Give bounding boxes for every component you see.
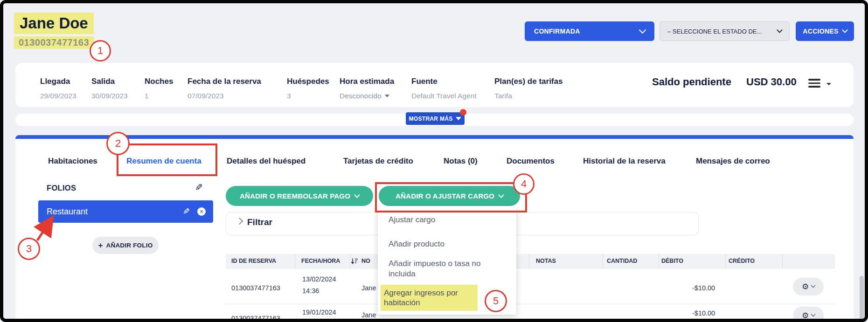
filter-label: Filtrar bbox=[247, 217, 272, 227]
plus-icon: + bbox=[98, 241, 103, 250]
field-label: Huéspedes bbox=[287, 77, 329, 86]
cell-time: 14:36 bbox=[302, 287, 319, 295]
field-value: 29/09/2023 bbox=[40, 92, 76, 100]
row-actions-button[interactable]: ⚙ bbox=[793, 307, 824, 322]
edit-folio-icon[interactable]: ✎ bbox=[183, 206, 190, 217]
reservation-id-highlight: 0130037477163 bbox=[14, 36, 94, 49]
column-debito: DÉBITO bbox=[661, 258, 683, 264]
show-more-label: MOSTRAR MÁS bbox=[409, 116, 453, 122]
field-label: Fuente bbox=[411, 77, 437, 86]
field-value: Default Travel Agent bbox=[411, 92, 477, 100]
balance-menu-icon[interactable] bbox=[808, 79, 820, 88]
column-credito: CRÉDITO bbox=[729, 258, 755, 264]
annotation-box-4 bbox=[375, 182, 527, 212]
field-label: Llegada bbox=[40, 77, 70, 86]
chevron-down-icon bbox=[777, 27, 783, 33]
chevron-down-icon bbox=[639, 27, 646, 34]
annotation-arrow-3 bbox=[32, 213, 60, 244]
add-refund-payment-button[interactable]: AÑADIR O REEMBOLSAR PAGO bbox=[226, 186, 373, 206]
balance-label: Saldo pendiente bbox=[652, 76, 731, 88]
status-label: CONFIRMADA bbox=[534, 27, 580, 35]
column-cantidad: CANTIDAD bbox=[607, 258, 637, 264]
cell-reservation-id: 0130037477163 bbox=[231, 315, 280, 322]
chevron-down-icon bbox=[842, 27, 848, 33]
tab-mensajes-de-correo[interactable]: Mensajes de correo bbox=[696, 157, 770, 166]
reservation-id: 0130037477163 bbox=[19, 37, 89, 48]
column-nombre: NO bbox=[361, 258, 370, 264]
tab-documentos[interactable]: Documentos bbox=[507, 157, 555, 166]
field-value: Tarifa bbox=[494, 92, 512, 100]
menu-item-anadir-producto[interactable]: Añadir producto bbox=[389, 240, 444, 249]
annotation-circle-4: 4 bbox=[513, 173, 535, 195]
folio-item-restaurant[interactable]: Restaurant ✎ ✕ bbox=[38, 200, 213, 223]
tab-tarjetas-de-credito[interactable]: Tarjetas de crédito bbox=[343, 157, 413, 166]
column-fecha-hora: FECHA/HORA bbox=[301, 258, 340, 264]
field-value: Desconocido bbox=[340, 92, 382, 100]
cell-guest-name: Jane Doe bbox=[361, 311, 377, 319]
field-label: Salida bbox=[91, 77, 115, 86]
edit-folios-icon[interactable]: ✎ bbox=[195, 182, 203, 193]
tab-detalles-del-huesped[interactable]: Detalles del huésped bbox=[227, 157, 306, 166]
actions-button[interactable]: ACCIONES bbox=[796, 21, 854, 41]
column-divider bbox=[350, 254, 350, 269]
chevron-down-icon bbox=[811, 312, 816, 317]
cell-debit: -$10.00 bbox=[692, 284, 715, 292]
annotation-circle-5: 5 bbox=[485, 290, 507, 312]
cell-debit: -$10.00 bbox=[692, 309, 715, 317]
status-dropdown-button[interactable]: CONFIRMADA bbox=[525, 21, 654, 41]
vertical-scrollbar[interactable] bbox=[860, 276, 864, 320]
guest-name: Jane Doe bbox=[20, 14, 88, 32]
field-value: 30/09/2023 bbox=[91, 92, 128, 100]
folios-title: FOLIOS bbox=[47, 184, 76, 192]
column-notas: NOTAS bbox=[536, 258, 556, 264]
close-folio-icon[interactable]: ✕ bbox=[197, 207, 206, 216]
column-divider bbox=[659, 254, 659, 269]
add-folio-label: AÑADIR FOLIO bbox=[106, 242, 153, 249]
menu-item-ajustar-cargo[interactable]: Ajustar cargo bbox=[389, 215, 435, 225]
chevron-down-icon bbox=[811, 283, 816, 288]
tab-notas[interactable]: Notas (0) bbox=[444, 157, 478, 166]
field-label: Fecha de la reserva bbox=[187, 77, 261, 86]
column-divider bbox=[295, 254, 295, 269]
cell-date: 19/01/2024 bbox=[302, 308, 336, 316]
menu-item-anadir-impuesto[interactable]: Añadir impuesto o tasa no incluida bbox=[389, 259, 501, 279]
field-label: Noches bbox=[145, 77, 173, 86]
annotation-circle-1: 1 bbox=[90, 40, 111, 62]
field-value: 07/09/2023 bbox=[187, 92, 224, 100]
tab-historial-de-la-reserva[interactable]: Historial de la reserva bbox=[583, 157, 666, 166]
card-top-accent bbox=[15, 135, 854, 139]
annotation-box-2 bbox=[117, 144, 217, 176]
row-divider bbox=[226, 304, 835, 304]
show-more-button[interactable]: MOSTRAR MÁS bbox=[406, 112, 465, 125]
guest-name-highlight: Jane Doe bbox=[14, 13, 94, 34]
caret-down-icon[interactable] bbox=[826, 83, 831, 85]
balance-value: USD 30.00 bbox=[746, 76, 797, 88]
gear-icon: ⚙ bbox=[802, 282, 809, 292]
column-divider bbox=[529, 254, 529, 269]
estimated-time-select[interactable]: Desconocido bbox=[340, 92, 389, 100]
cell-date: 13/02/2024 bbox=[302, 275, 336, 283]
field-value: 3 bbox=[287, 92, 291, 100]
sort-icon[interactable] bbox=[351, 258, 358, 265]
add-folio-button[interactable]: + AÑADIR FOLIO bbox=[92, 237, 159, 254]
column-divider bbox=[725, 254, 726, 269]
column-divider bbox=[603, 254, 603, 269]
tab-habitaciones[interactable]: Habitaciones bbox=[48, 157, 97, 166]
cell-guest-name: Jane Doe bbox=[361, 284, 377, 292]
annotation-circle-3: 3 bbox=[18, 238, 40, 260]
caret-down-icon bbox=[456, 117, 461, 120]
field-label: Hora estimada bbox=[340, 77, 394, 86]
chevron-down-icon bbox=[354, 192, 360, 198]
close-icon: ✕ bbox=[199, 209, 203, 215]
state-select[interactable]: – SELECCIONE EL ESTADO DE... bbox=[660, 21, 790, 41]
hamburger-icon bbox=[808, 79, 820, 81]
column-id-de-reserva: ID DE RESERVA bbox=[231, 258, 276, 264]
notification-dot bbox=[460, 109, 466, 116]
gear-icon: ⚙ bbox=[802, 311, 809, 321]
row-actions-button[interactable]: ⚙ bbox=[793, 278, 824, 295]
menu-item-agregar-ingresos-por-habitacion[interactable]: Agregar ingresos por habitación bbox=[384, 288, 475, 308]
state-select-label: – SELECCIONE EL ESTADO DE... bbox=[667, 28, 762, 35]
actions-label: ACCIONES bbox=[803, 27, 838, 35]
field-value: 1 bbox=[145, 92, 149, 100]
column-divider bbox=[782, 254, 783, 269]
